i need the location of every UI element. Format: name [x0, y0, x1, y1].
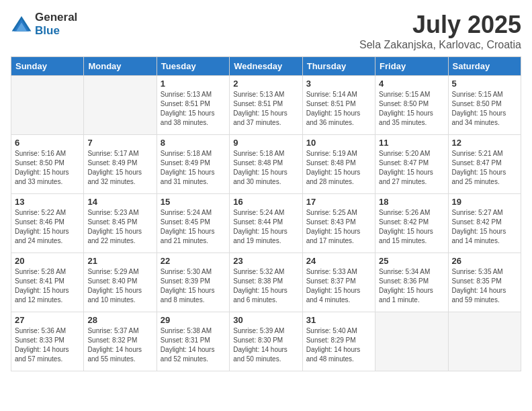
cell-date: 31: [306, 315, 371, 325]
cell-info: Sunrise: 5:15 AM Sunset: 8:50 PM Dayligh…: [379, 90, 444, 128]
header-saturday: Saturday: [448, 57, 521, 76]
cell-date: 1: [161, 79, 226, 89]
cell-info: Sunrise: 5:18 AM Sunset: 8:48 PM Dayligh…: [233, 149, 298, 187]
cell-date: 6: [15, 138, 80, 148]
header-friday: Friday: [375, 57, 448, 76]
cell-date: 29: [161, 315, 226, 325]
cell-info: Sunrise: 5:17 AM Sunset: 8:49 PM Dayligh…: [87, 149, 152, 187]
header-wednesday: Wednesday: [230, 57, 302, 76]
title-area: July 2025 Sela Zakanjska, Karlovac, Croa…: [359, 11, 521, 51]
cell-info: Sunrise: 5:18 AM Sunset: 8:49 PM Dayligh…: [161, 149, 226, 187]
cell-date: 17: [306, 197, 371, 207]
cell-info: Sunrise: 5:27 AM Sunset: 8:42 PM Dayligh…: [452, 208, 517, 246]
cell-date: 2: [233, 79, 298, 89]
cell-info: Sunrise: 5:20 AM Sunset: 8:47 PM Dayligh…: [379, 149, 444, 187]
cell-info: Sunrise: 5:32 AM Sunset: 8:38 PM Dayligh…: [233, 267, 298, 305]
table-row: 2Sunrise: 5:13 AM Sunset: 8:51 PM Daylig…: [230, 76, 302, 135]
calendar-week-1: 1Sunrise: 5:13 AM Sunset: 8:51 PM Daylig…: [11, 76, 521, 135]
cell-date: 30: [233, 315, 298, 325]
cell-info: Sunrise: 5:34 AM Sunset: 8:36 PM Dayligh…: [379, 267, 444, 305]
cell-info: Sunrise: 5:23 AM Sunset: 8:45 PM Dayligh…: [87, 208, 152, 246]
table-row: 10Sunrise: 5:19 AM Sunset: 8:48 PM Dayli…: [302, 135, 375, 194]
month-title: July 2025: [359, 11, 521, 39]
table-row: 1Sunrise: 5:13 AM Sunset: 8:51 PM Daylig…: [157, 76, 229, 135]
cell-info: Sunrise: 5:24 AM Sunset: 8:45 PM Dayligh…: [161, 208, 226, 246]
table-row: [448, 312, 521, 371]
cell-date: 21: [87, 256, 152, 266]
cell-info: Sunrise: 5:16 AM Sunset: 8:50 PM Dayligh…: [15, 149, 80, 187]
table-row: 7Sunrise: 5:17 AM Sunset: 8:49 PM Daylig…: [84, 135, 157, 194]
logo-general: General: [35, 11, 77, 24]
logo-blue: Blue: [35, 24, 60, 37]
table-row: 29Sunrise: 5:38 AM Sunset: 8:31 PM Dayli…: [157, 312, 229, 371]
cell-date: 9: [233, 138, 298, 148]
table-row: 24Sunrise: 5:33 AM Sunset: 8:37 PM Dayli…: [302, 253, 375, 312]
header-row: Sunday Monday Tuesday Wednesday Thursday…: [11, 57, 521, 76]
cell-date: 24: [306, 256, 371, 266]
table-row: 6Sunrise: 5:16 AM Sunset: 8:50 PM Daylig…: [11, 135, 84, 194]
table-row: 11Sunrise: 5:20 AM Sunset: 8:47 PM Dayli…: [375, 135, 448, 194]
cell-info: Sunrise: 5:26 AM Sunset: 8:42 PM Dayligh…: [379, 208, 444, 246]
cell-info: Sunrise: 5:35 AM Sunset: 8:35 PM Dayligh…: [452, 267, 517, 305]
cell-date: 12: [452, 138, 517, 148]
table-row: 16Sunrise: 5:24 AM Sunset: 8:44 PM Dayli…: [230, 194, 302, 253]
cell-date: 27: [15, 315, 80, 325]
table-row: 27Sunrise: 5:36 AM Sunset: 8:33 PM Dayli…: [11, 312, 84, 371]
cell-info: Sunrise: 5:24 AM Sunset: 8:44 PM Dayligh…: [233, 208, 298, 246]
table-row: 12Sunrise: 5:21 AM Sunset: 8:47 PM Dayli…: [448, 135, 521, 194]
cell-date: 22: [161, 256, 226, 266]
cell-info: Sunrise: 5:15 AM Sunset: 8:50 PM Dayligh…: [452, 90, 517, 128]
cell-date: 11: [379, 138, 444, 148]
cell-info: Sunrise: 5:13 AM Sunset: 8:51 PM Dayligh…: [161, 90, 226, 128]
cell-info: Sunrise: 5:33 AM Sunset: 8:37 PM Dayligh…: [306, 267, 371, 305]
cell-info: Sunrise: 5:25 AM Sunset: 8:43 PM Dayligh…: [306, 208, 371, 246]
table-row: 5Sunrise: 5:15 AM Sunset: 8:50 PM Daylig…: [448, 76, 521, 135]
cell-info: Sunrise: 5:28 AM Sunset: 8:41 PM Dayligh…: [15, 267, 80, 305]
table-row: 19Sunrise: 5:27 AM Sunset: 8:42 PM Dayli…: [448, 194, 521, 253]
header-sunday: Sunday: [11, 57, 84, 76]
table-row: 4Sunrise: 5:15 AM Sunset: 8:50 PM Daylig…: [375, 76, 448, 135]
cell-info: Sunrise: 5:36 AM Sunset: 8:33 PM Dayligh…: [15, 326, 80, 364]
header-thursday: Thursday: [302, 57, 375, 76]
cell-date: 28: [87, 315, 152, 325]
table-row: [11, 76, 84, 135]
table-row: 17Sunrise: 5:25 AM Sunset: 8:43 PM Dayli…: [302, 194, 375, 253]
table-row: 8Sunrise: 5:18 AM Sunset: 8:49 PM Daylig…: [157, 135, 229, 194]
table-row: 23Sunrise: 5:32 AM Sunset: 8:38 PM Dayli…: [230, 253, 302, 312]
cell-date: 14: [87, 197, 152, 207]
cell-date: 20: [15, 256, 80, 266]
table-row: 14Sunrise: 5:23 AM Sunset: 8:45 PM Dayli…: [84, 194, 157, 253]
calendar-week-4: 20Sunrise: 5:28 AM Sunset: 8:41 PM Dayli…: [11, 253, 521, 312]
cell-date: 25: [379, 256, 444, 266]
table-row: 25Sunrise: 5:34 AM Sunset: 8:36 PM Dayli…: [375, 253, 448, 312]
cell-date: 8: [161, 138, 226, 148]
logo: General Blue: [11, 11, 77, 38]
page-header: General Blue July 2025 Sela Zakanjska, K…: [11, 11, 521, 51]
cell-date: 26: [452, 256, 517, 266]
table-row: [375, 312, 448, 371]
table-row: 20Sunrise: 5:28 AM Sunset: 8:41 PM Dayli…: [11, 253, 84, 312]
cell-date: 7: [87, 138, 152, 148]
cell-date: 18: [379, 197, 444, 207]
cell-info: Sunrise: 5:14 AM Sunset: 8:51 PM Dayligh…: [306, 90, 371, 128]
cell-date: 19: [452, 197, 517, 207]
cell-info: Sunrise: 5:21 AM Sunset: 8:47 PM Dayligh…: [452, 149, 517, 187]
calendar-week-5: 27Sunrise: 5:36 AM Sunset: 8:33 PM Dayli…: [11, 312, 521, 371]
table-row: 18Sunrise: 5:26 AM Sunset: 8:42 PM Dayli…: [375, 194, 448, 253]
location-title: Sela Zakanjska, Karlovac, Croatia: [359, 39, 521, 51]
cell-info: Sunrise: 5:30 AM Sunset: 8:39 PM Dayligh…: [161, 267, 226, 305]
cell-date: 16: [233, 197, 298, 207]
cell-info: Sunrise: 5:38 AM Sunset: 8:31 PM Dayligh…: [161, 326, 226, 364]
table-row: 15Sunrise: 5:24 AM Sunset: 8:45 PM Dayli…: [157, 194, 229, 253]
header-tuesday: Tuesday: [157, 57, 229, 76]
cell-info: Sunrise: 5:19 AM Sunset: 8:48 PM Dayligh…: [306, 149, 371, 187]
cell-info: Sunrise: 5:40 AM Sunset: 8:29 PM Dayligh…: [306, 326, 371, 364]
table-row: 9Sunrise: 5:18 AM Sunset: 8:48 PM Daylig…: [230, 135, 302, 194]
table-row: [84, 76, 157, 135]
cell-date: 13: [15, 197, 80, 207]
table-row: 30Sunrise: 5:39 AM Sunset: 8:30 PM Dayli…: [230, 312, 302, 371]
table-row: 31Sunrise: 5:40 AM Sunset: 8:29 PM Dayli…: [302, 312, 375, 371]
cell-info: Sunrise: 5:29 AM Sunset: 8:40 PM Dayligh…: [87, 267, 152, 305]
cell-date: 5: [452, 79, 517, 89]
calendar-table: Sunday Monday Tuesday Wednesday Thursday…: [11, 56, 521, 371]
